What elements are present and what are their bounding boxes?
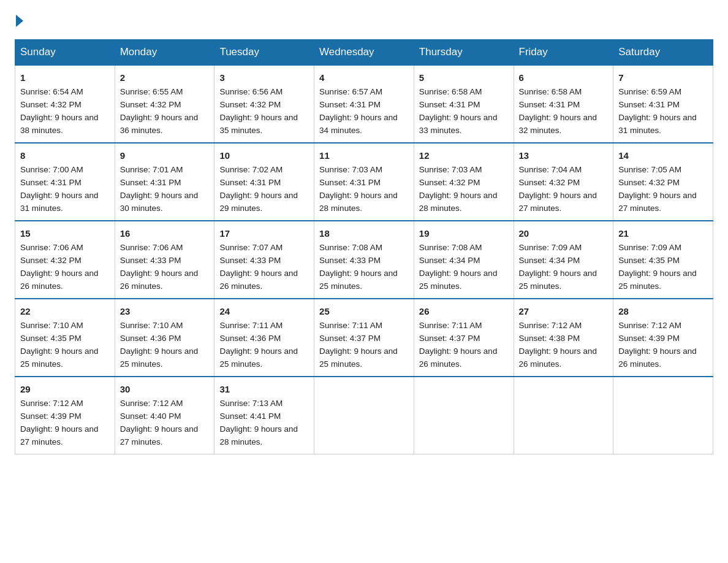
day-cell-15: 15Sunrise: 7:06 AMSunset: 4:32 PMDayligh… — [15, 221, 115, 299]
sunrise-text: Sunrise: 7:08 AM — [319, 243, 382, 252]
weekday-header-friday: Friday — [514, 40, 613, 66]
sunrise-text: Sunrise: 7:10 AM — [120, 321, 183, 330]
sunset-text: Sunset: 4:38 PM — [519, 334, 580, 343]
day-cell-18: 18Sunrise: 7:08 AMSunset: 4:33 PMDayligh… — [314, 221, 414, 299]
day-number: 7 — [618, 71, 708, 85]
weekday-header-sunday: Sunday — [15, 40, 115, 66]
sunrise-text: Sunrise: 7:10 AM — [20, 321, 83, 330]
day-number: 5 — [419, 71, 509, 85]
logo — [15, 15, 25, 27]
sunset-text: Sunset: 4:31 PM — [219, 178, 281, 187]
sunset-text: Sunset: 4:35 PM — [618, 256, 680, 265]
weekday-header-thursday: Thursday — [414, 40, 514, 66]
empty-cell — [414, 377, 514, 454]
sunset-text: Sunset: 4:31 PM — [120, 178, 181, 187]
day-cell-8: 8Sunrise: 7:00 AMSunset: 4:31 PMDaylight… — [15, 143, 115, 221]
day-cell-23: 23Sunrise: 7:10 AMSunset: 4:36 PMDayligh… — [115, 299, 214, 377]
sunrise-text: Sunrise: 6:57 AM — [319, 87, 382, 96]
sunset-text: Sunset: 4:34 PM — [519, 256, 580, 265]
week-row-1: 1Sunrise: 6:54 AMSunset: 4:32 PMDaylight… — [15, 65, 713, 143]
day-number: 20 — [519, 226, 609, 240]
daylight-text: Daylight: 9 hours and 28 minutes. — [419, 191, 498, 213]
day-cell-28: 28Sunrise: 7:12 AMSunset: 4:39 PMDayligh… — [613, 299, 713, 377]
day-number: 26 — [419, 304, 509, 318]
day-cell-21: 21Sunrise: 7:09 AMSunset: 4:35 PMDayligh… — [613, 221, 713, 299]
daylight-text: Daylight: 9 hours and 33 minutes. — [419, 113, 498, 135]
day-number: 16 — [120, 226, 210, 240]
daylight-text: Daylight: 9 hours and 32 minutes. — [519, 113, 597, 135]
day-cell-30: 30Sunrise: 7:12 AMSunset: 4:40 PMDayligh… — [115, 377, 214, 454]
day-number: 15 — [20, 226, 110, 240]
calendar-table: SundayMondayTuesdayWednesdayThursdayFrid… — [15, 39, 713, 454]
sunset-text: Sunset: 4:32 PM — [120, 100, 181, 109]
daylight-text: Daylight: 9 hours and 25 minutes. — [319, 269, 398, 291]
sunrise-text: Sunrise: 7:04 AM — [519, 165, 582, 174]
sunset-text: Sunset: 4:32 PM — [419, 178, 480, 187]
sunset-text: Sunset: 4:36 PM — [219, 334, 281, 343]
logo-arrow-icon — [16, 15, 23, 27]
day-number: 17 — [219, 226, 309, 240]
daylight-text: Daylight: 9 hours and 25 minutes. — [20, 347, 99, 369]
sunrise-text: Sunrise: 7:07 AM — [219, 243, 282, 252]
daylight-text: Daylight: 9 hours and 28 minutes. — [219, 424, 298, 446]
sunset-text: Sunset: 4:33 PM — [120, 256, 181, 265]
sunrise-text: Sunrise: 7:02 AM — [219, 165, 282, 174]
daylight-text: Daylight: 9 hours and 27 minutes. — [120, 424, 199, 446]
day-cell-6: 6Sunrise: 6:58 AMSunset: 4:31 PMDaylight… — [514, 65, 613, 143]
day-number: 30 — [120, 382, 210, 396]
daylight-text: Daylight: 9 hours and 38 minutes. — [20, 113, 99, 135]
weekday-header-tuesday: Tuesday — [214, 40, 314, 66]
sunset-text: Sunset: 4:31 PM — [20, 178, 82, 187]
sunrise-text: Sunrise: 7:01 AM — [120, 165, 183, 174]
daylight-text: Daylight: 9 hours and 27 minutes. — [519, 191, 597, 213]
daylight-text: Daylight: 9 hours and 34 minutes. — [319, 113, 398, 135]
day-number: 29 — [20, 382, 110, 396]
sunrise-text: Sunrise: 7:08 AM — [419, 243, 482, 252]
day-number: 24 — [219, 304, 309, 318]
weekday-header-wednesday: Wednesday — [314, 40, 414, 66]
sunset-text: Sunset: 4:37 PM — [419, 334, 480, 343]
day-number: 23 — [120, 304, 210, 318]
day-number: 14 — [618, 148, 708, 163]
weekday-header-saturday: Saturday — [613, 40, 713, 66]
week-row-4: 22Sunrise: 7:10 AMSunset: 4:35 PMDayligh… — [15, 299, 713, 377]
daylight-text: Daylight: 9 hours and 26 minutes. — [219, 269, 298, 291]
week-row-2: 8Sunrise: 7:00 AMSunset: 4:31 PMDaylight… — [15, 143, 713, 221]
sunset-text: Sunset: 4:31 PM — [419, 100, 480, 109]
daylight-text: Daylight: 9 hours and 30 minutes. — [120, 191, 199, 213]
day-cell-3: 3Sunrise: 6:56 AMSunset: 4:32 PMDaylight… — [214, 65, 314, 143]
day-number: 19 — [419, 226, 509, 240]
daylight-text: Daylight: 9 hours and 28 minutes. — [319, 191, 398, 213]
day-cell-7: 7Sunrise: 6:59 AMSunset: 4:31 PMDaylight… — [613, 65, 713, 143]
sunrise-text: Sunrise: 7:11 AM — [419, 321, 482, 330]
sunset-text: Sunset: 4:31 PM — [319, 178, 381, 187]
sunrise-text: Sunrise: 6:55 AM — [120, 87, 183, 96]
day-cell-2: 2Sunrise: 6:55 AMSunset: 4:32 PMDaylight… — [115, 65, 214, 143]
day-cell-25: 25Sunrise: 7:11 AMSunset: 4:37 PMDayligh… — [314, 299, 414, 377]
sunrise-text: Sunrise: 7:11 AM — [219, 321, 282, 330]
day-cell-16: 16Sunrise: 7:06 AMSunset: 4:33 PMDayligh… — [115, 221, 214, 299]
page-header — [15, 15, 713, 27]
sunset-text: Sunset: 4:36 PM — [120, 334, 181, 343]
day-cell-29: 29Sunrise: 7:12 AMSunset: 4:39 PMDayligh… — [15, 377, 115, 454]
sunrise-text: Sunrise: 6:54 AM — [20, 87, 83, 96]
day-number: 2 — [120, 71, 210, 85]
sunrise-text: Sunrise: 7:05 AM — [618, 165, 681, 174]
daylight-text: Daylight: 9 hours and 25 minutes. — [219, 347, 298, 369]
day-cell-1: 1Sunrise: 6:54 AMSunset: 4:32 PMDaylight… — [15, 65, 115, 143]
day-number: 22 — [20, 304, 110, 318]
daylight-text: Daylight: 9 hours and 31 minutes. — [618, 113, 697, 135]
day-cell-14: 14Sunrise: 7:05 AMSunset: 4:32 PMDayligh… — [613, 143, 713, 221]
daylight-text: Daylight: 9 hours and 27 minutes. — [618, 191, 697, 213]
day-number: 18 — [319, 226, 409, 240]
day-cell-26: 26Sunrise: 7:11 AMSunset: 4:37 PMDayligh… — [414, 299, 514, 377]
sunrise-text: Sunrise: 7:13 AM — [219, 399, 282, 408]
sunrise-text: Sunrise: 7:09 AM — [618, 243, 681, 252]
sunrise-text: Sunrise: 7:12 AM — [618, 321, 681, 330]
daylight-text: Daylight: 9 hours and 25 minutes. — [419, 269, 498, 291]
day-cell-22: 22Sunrise: 7:10 AMSunset: 4:35 PMDayligh… — [15, 299, 115, 377]
day-number: 21 — [618, 226, 708, 240]
sunset-text: Sunset: 4:33 PM — [319, 256, 381, 265]
daylight-text: Daylight: 9 hours and 25 minutes. — [319, 347, 398, 369]
day-cell-12: 12Sunrise: 7:03 AMSunset: 4:32 PMDayligh… — [414, 143, 514, 221]
